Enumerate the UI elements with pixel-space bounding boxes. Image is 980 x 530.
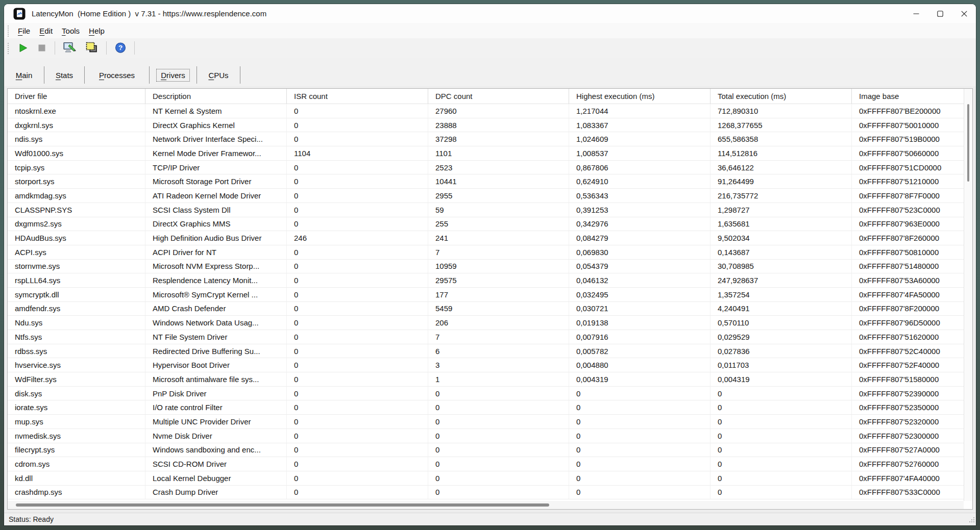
column-header-dpc-count[interactable]: DPC count [428, 89, 569, 104]
menu-tools[interactable]: Tools [57, 25, 84, 37]
table-cell-image-base: 0xFFFFF807'52390000 [852, 387, 964, 400]
toolbar-separator [106, 41, 107, 55]
column-header-description[interactable]: Description [145, 89, 287, 104]
table-cell-image-base: 0xFFFFF807'53A60000 [852, 273, 964, 287]
tab-main[interactable]: Main [4, 66, 44, 84]
table-cell-dpc-count: 2523 [428, 161, 569, 174]
table-cell-driver-file: Wdf01000.sys [8, 146, 145, 160]
table-cell-highest-execution: 0,536343 [569, 189, 710, 203]
tab-drivers[interactable]: Drivers [150, 66, 197, 84]
menu-edit[interactable]: Edit [35, 25, 57, 37]
table-row[interactable]: disk.sys PnP Disk Driver 0 0 0 0 0xFFFFF… [8, 387, 964, 401]
table-row[interactable]: amdfendr.sys AMD Crash Defender 0 5459 0… [8, 302, 964, 316]
client-area: Driver file Description ISR count DPC co… [4, 86, 976, 513]
tab-stats-label: S [56, 71, 61, 80]
table-cell-description: Kernel Mode Driver Framewor... [145, 146, 287, 160]
edit-options-button[interactable] [60, 40, 80, 56]
table-cell-total-execution: 0,004319 [710, 372, 852, 386]
table-row[interactable]: ntoskrnl.exe NT Kernel & System 0 27960 … [8, 104, 964, 118]
menu-tools-label: T [62, 27, 66, 35]
horizontal-scrollbar-thumb[interactable] [16, 503, 549, 507]
table-cell-dpc-count: 6 [428, 344, 569, 358]
copy-report-button[interactable] [82, 41, 102, 55]
table-cell-driver-file: rdbss.sys [8, 344, 145, 358]
column-header-image-base[interactable]: Image base [852, 89, 972, 104]
vertical-scrollbar[interactable] [964, 89, 972, 501]
table-cell-dpc-count: 0 [428, 443, 569, 457]
table-cell-driver-file: mup.sys [8, 415, 145, 428]
table-body: ntoskrnl.exe NT Kernel & System 0 27960 … [8, 104, 964, 501]
table-row[interactable]: ndis.sys Network Driver Interface Speci.… [8, 132, 964, 146]
minimize-button[interactable] [904, 4, 928, 23]
table-cell-isr-count: 1104 [287, 146, 428, 160]
table-cell-total-execution: 0,143687 [710, 245, 852, 259]
stop-monitor-button[interactable] [34, 42, 50, 54]
table-cell-dpc-count: 0 [428, 387, 569, 400]
column-header-driver-file[interactable]: Driver file [8, 89, 145, 104]
table-row[interactable]: rdbss.sys Redirected Drive Buffering Su.… [8, 344, 964, 359]
tab-strip: Main Stats Processes Drivers CPUs [4, 64, 240, 86]
table-row[interactable]: amdkmdag.sys ATI Radeon Kernel Mode Driv… [8, 189, 964, 203]
drag-gripper[interactable] [7, 42, 10, 54]
table-row[interactable]: filecrypt.sys Windows sandboxing and enc… [8, 443, 964, 458]
toolbar-separator [134, 41, 135, 55]
resize-grip[interactable] [968, 516, 975, 524]
table-cell-dpc-count: 1101 [428, 146, 569, 160]
table-row[interactable]: nvmedisk.sys Nvme Disk Driver 0 0 0 0 0x… [8, 429, 964, 443]
table-row[interactable]: crashdmp.sys Crash Dump Driver 0 0 0 0 0… [8, 486, 964, 500]
start-monitor-button[interactable] [14, 42, 32, 54]
table-cell-isr-count: 0 [287, 118, 428, 132]
table-row[interactable]: CLASSPNP.SYS SCSI Class System Dll 0 59 … [8, 203, 964, 217]
table-cell-driver-file: tcpip.sys [8, 161, 145, 174]
tab-drivers-label-rest: rivers [166, 71, 185, 80]
table-cell-driver-file: Ndu.sys [8, 316, 145, 330]
table-cell-driver-file: filecrypt.sys [8, 443, 145, 457]
table-row[interactable]: stornvme.sys Microsoft NVM Express Storp… [8, 260, 964, 274]
table-cell-driver-file: Ntfs.sys [8, 330, 145, 344]
tab-main-label: M [16, 71, 22, 80]
table-row[interactable]: hvservice.sys Hypervisor Boot Driver 0 3… [8, 358, 964, 372]
table-row[interactable]: Wdf01000.sys Kernel Mode Driver Framewor… [8, 146, 964, 161]
menu-file[interactable]: File [13, 25, 35, 37]
table-cell-total-execution: 712,890310 [710, 104, 852, 118]
table-row[interactable]: kd.dll Local Kernel Debugger 0 0 0 0 0xF… [8, 471, 964, 486]
table-cell-description: Crash Dump Driver [145, 486, 287, 499]
vertical-scrollbar-thumb[interactable] [967, 104, 969, 182]
table-header: Driver file Description ISR count DPC co… [8, 89, 972, 104]
table-row[interactable]: HDAudBus.sys High Definition Audio Bus D… [8, 231, 964, 245]
table-cell-isr-count: 0 [287, 443, 428, 457]
table-cell-description: Microsoft® SymCrypt Kernel ... [145, 288, 287, 301]
table-row[interactable]: rspLLL64.sys Resplendence Latency Monit.… [8, 273, 964, 288]
maximize-button[interactable] [928, 4, 952, 23]
table-cell-image-base: 0xFFFFF807'52F40000 [852, 358, 964, 372]
tab-stats[interactable]: Stats [44, 66, 85, 84]
table-row[interactable]: mup.sys Multiple UNC Provider Driver 0 0… [8, 415, 964, 429]
table-row[interactable]: cdrom.sys SCSI CD-ROM Driver 0 0 0 0 0xF… [8, 457, 964, 471]
table-row[interactable]: Ndu.sys Windows Network Data Usag... 0 2… [8, 316, 964, 330]
tab-cpus[interactable]: CPUs [197, 66, 240, 84]
table-cell-highest-execution: 0,004880 [569, 358, 710, 372]
tab-processes[interactable]: Processes [85, 66, 150, 84]
table-row[interactable]: Ntfs.sys NT File System Driver 0 7 0,007… [8, 330, 964, 344]
close-button[interactable] [952, 4, 976, 23]
table-row[interactable]: tcpip.sys TCP/IP Driver 0 2523 0,867806 … [8, 161, 964, 175]
table-row[interactable]: storport.sys Microsoft Storage Port Driv… [8, 174, 964, 189]
table-cell-isr-count: 0 [287, 245, 428, 259]
menu-help[interactable]: Help [84, 25, 109, 37]
table-row[interactable]: ACPI.sys ACPI Driver for NT 0 7 0,069830… [8, 245, 964, 260]
drag-gripper[interactable] [7, 24, 10, 37]
table-row[interactable]: dxgmms2.sys DirectX Graphics MMS 0 255 0… [8, 217, 964, 232]
table-row[interactable]: iorate.sys I/O rate control Filter 0 0 0… [8, 400, 964, 415]
column-header-isr-count[interactable]: ISR count [287, 89, 428, 104]
horizontal-scrollbar[interactable] [8, 501, 964, 509]
column-header-highest-execution[interactable]: Highest execution (ms) [569, 89, 710, 104]
table-cell-total-execution: 0 [710, 486, 852, 499]
table-cell-image-base: 0xFFFFF807'519B0000 [852, 132, 964, 146]
table-row[interactable]: dxgkrnl.sys DirectX Graphics Kernel 0 23… [8, 118, 964, 133]
column-header-total-execution[interactable]: Total execution (ms) [710, 89, 852, 104]
table-row[interactable]: WdFilter.sys Microsoft antimalware file … [8, 372, 964, 387]
table-row[interactable]: symcryptk.dll Microsoft® SymCrypt Kernel… [8, 288, 964, 302]
table-cell-highest-execution: 1,024609 [569, 132, 710, 146]
table-cell-driver-file: hvservice.sys [8, 358, 145, 372]
help-button[interactable]: ? [111, 41, 130, 55]
